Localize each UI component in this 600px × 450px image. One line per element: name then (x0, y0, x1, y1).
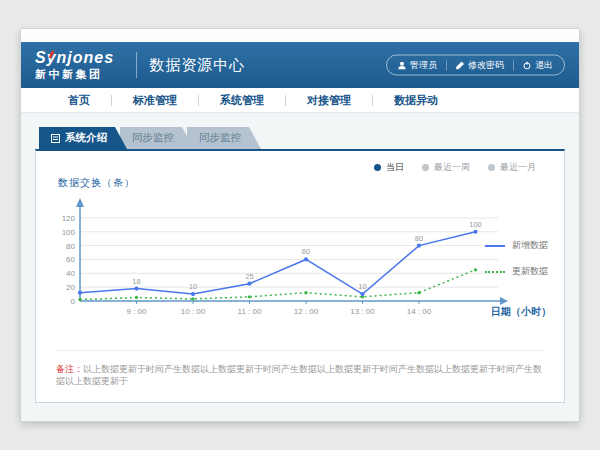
content-area: 系统介绍 同步监控 同步监控 当日 最近一周 (21, 113, 579, 421)
filter-label: 当日 (386, 161, 404, 174)
footnote: 备注：以上数据更新于时间产生数据以上数据更新于时间产生数据以上数据更新于时间产生… (56, 350, 544, 388)
svg-text:13 : 00: 13 : 00 (350, 307, 375, 316)
svg-text:80: 80 (66, 242, 75, 251)
header-divider (136, 52, 137, 78)
svg-text:18: 18 (132, 277, 140, 286)
legend-label: 更新数据 (512, 265, 548, 278)
radio-dot-icon (488, 164, 495, 171)
user-menu-button[interactable]: 管理员 (398, 59, 437, 72)
change-password-label: 修改密码 (468, 59, 504, 72)
tab-bar: 系统介绍 同步监控 同步监控 (39, 127, 565, 149)
app-title: 数据资源中心 (149, 56, 245, 75)
svg-text:100: 100 (62, 228, 76, 237)
svg-text:40: 40 (66, 269, 75, 278)
logout-label: 退出 (535, 59, 553, 72)
svg-text:12 : 00: 12 : 00 (294, 307, 319, 316)
tab-sync-monitor-2[interactable]: 同步监控 (187, 127, 261, 149)
svg-text:14 : 00: 14 : 00 (407, 307, 432, 316)
tab-label: 同步监控 (132, 131, 174, 145)
logout-button[interactable]: 退出 (523, 59, 553, 72)
svg-text:0: 0 (71, 297, 76, 306)
nav-item-home[interactable]: 首页 (47, 93, 111, 108)
document-icon (51, 134, 60, 143)
svg-text:100: 100 (469, 220, 482, 229)
pill-divider (446, 60, 447, 70)
svg-text:25: 25 (245, 272, 253, 281)
time-range-filters: 当日 最近一周 最近一月 (374, 161, 536, 174)
tab-system-intro[interactable]: 系统介绍 (39, 127, 127, 149)
svg-text:60: 60 (302, 247, 310, 256)
user-toolbar: 管理员 修改密码 退出 (386, 55, 565, 76)
logo-company-name: 新中新集团 (35, 69, 114, 80)
change-password-button[interactable]: 修改密码 (456, 59, 504, 72)
app-window: Synjones 新中新集团 数据资源中心 管理员 修改密码 退出 首页 (20, 28, 580, 422)
footnote-text: 以上数据更新于时间产生数据以上数据更新于时间产生数据以上数据更新于时间产生数据以… (56, 364, 542, 387)
filter-last-week[interactable]: 最近一周 (422, 161, 470, 174)
nav-item-standard-mgmt[interactable]: 标准管理 (112, 93, 198, 108)
legend-line-swatch (485, 245, 505, 247)
svg-text:10: 10 (358, 282, 366, 291)
line-chart: 0204060801001209 : 0010 : 0011 : 0012 : … (48, 195, 553, 327)
tab-sync-monitor-1[interactable]: 同步监控 (120, 127, 194, 149)
tab-label: 系统介绍 (65, 131, 107, 145)
user-label: 管理员 (410, 59, 437, 72)
svg-text:80: 80 (415, 234, 423, 243)
svg-text:9 : 00: 9 : 00 (126, 307, 147, 316)
chart-panel: 当日 最近一周 最近一月 数据交换（条） 0204060801001209 : … (35, 149, 565, 403)
user-icon (398, 61, 406, 69)
radio-dot-icon (374, 164, 381, 171)
nav-item-system-mgmt[interactable]: 系统管理 (199, 93, 285, 108)
filter-label: 最近一月 (500, 161, 536, 174)
svg-text:120: 120 (62, 214, 76, 223)
filter-today[interactable]: 当日 (374, 161, 404, 174)
svg-text:11 : 00: 11 : 00 (238, 307, 262, 316)
filter-last-month[interactable]: 最近一月 (488, 161, 536, 174)
radio-dot-icon (422, 164, 429, 171)
power-icon (523, 61, 531, 69)
nav-item-data-change[interactable]: 数据异动 (373, 93, 459, 108)
company-logo: Synjones 新中新集团 (35, 50, 114, 80)
svg-text:20: 20 (66, 283, 75, 292)
svg-text:日期（小时）: 日期（小时） (491, 306, 551, 317)
legend-new-data[interactable]: 新增数据 (485, 239, 548, 252)
legend-line-swatch (485, 271, 505, 273)
y-axis-title: 数据交换（条） (58, 176, 135, 190)
logo-wordmark: Synjones (35, 50, 114, 66)
chart-legend: 新增数据 更新数据 (485, 239, 548, 278)
tab-label: 同步监控 (199, 131, 241, 145)
pill-divider (513, 60, 514, 70)
legend-label: 新增数据 (512, 239, 548, 252)
window-top-strip (21, 29, 579, 42)
app-header: Synjones 新中新集团 数据资源中心 管理员 修改密码 退出 (21, 42, 579, 88)
legend-update-data[interactable]: 更新数据 (485, 265, 548, 278)
footnote-prefix: 备注： (56, 364, 83, 374)
svg-text:10: 10 (189, 282, 197, 291)
main-nav: 首页 标准管理 系统管理 对接管理 数据异动 (21, 88, 579, 113)
edit-icon (456, 61, 464, 69)
svg-text:60: 60 (66, 255, 75, 264)
svg-text:10 : 00: 10 : 00 (181, 307, 206, 316)
filter-label: 最近一周 (434, 161, 470, 174)
nav-item-interface-mgmt[interactable]: 对接管理 (286, 93, 372, 108)
